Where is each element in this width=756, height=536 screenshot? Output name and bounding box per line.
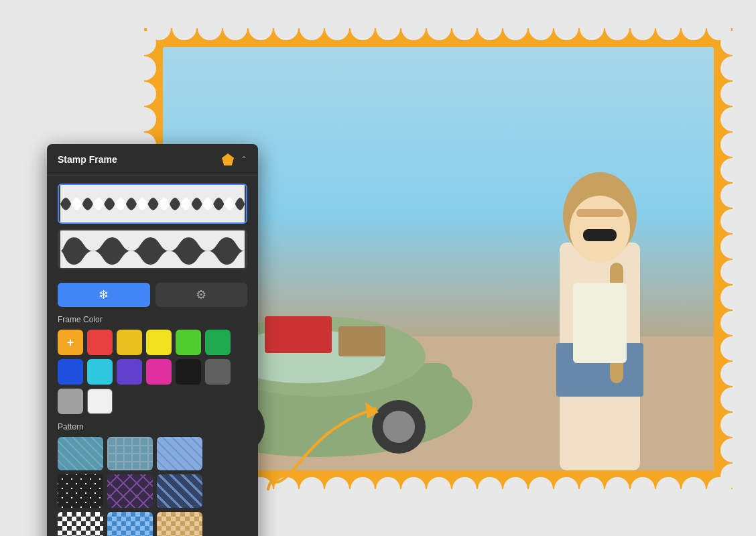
svg-rect-101	[583, 229, 617, 241]
color-dark-gray[interactable]	[205, 359, 231, 385]
color-blue[interactable]	[58, 359, 83, 385]
svg-rect-96	[338, 326, 385, 356]
pattern-xmark[interactable]	[107, 474, 153, 508]
pattern-crosshatch[interactable]	[107, 437, 153, 470]
color-lime[interactable]	[176, 330, 201, 355]
pattern-stripe[interactable]	[157, 474, 202, 508]
pattern-checker-black[interactable]	[58, 512, 103, 536]
arrow-annotation	[255, 389, 402, 496]
panel-title: Stamp Frame	[58, 154, 117, 165]
frame-style-cloud[interactable]	[58, 229, 247, 269]
panel-header: Stamp Frame ⌃	[47, 144, 258, 176]
svg-rect-105	[573, 283, 627, 363]
frame-style-wavy[interactable]	[58, 184, 247, 224]
pattern-diagonal[interactable]	[58, 437, 103, 470]
svg-rect-106	[576, 209, 623, 217]
color-yellow[interactable]	[146, 330, 172, 355]
pattern-checker-blue[interactable]	[107, 512, 153, 536]
frame-color-label: Frame Color	[47, 315, 258, 330]
header-icons: ⌃	[222, 153, 247, 165]
color-red[interactable]	[87, 330, 113, 355]
pattern-star[interactable]	[58, 474, 103, 508]
chevron-up-icon[interactable]: ⌃	[241, 155, 247, 164]
tab-buttons: ❄ ⚙	[58, 283, 247, 307]
pattern-label: Pattern	[47, 422, 258, 437]
color-green[interactable]	[205, 330, 231, 355]
pattern-grid	[47, 437, 258, 536]
pattern-blue-diagonal[interactable]	[157, 437, 202, 470]
snowflake-tab[interactable]: ❄	[58, 283, 150, 307]
color-mid-gray[interactable]	[58, 389, 83, 414]
gear-tab[interactable]: ⚙	[155, 283, 248, 307]
color-white[interactable]	[87, 389, 113, 414]
stamp-frame-panel: Stamp Frame ⌃ ❄ ⚙ Frame	[47, 144, 258, 536]
color-grid: +	[47, 330, 258, 422]
svg-rect-95	[265, 316, 332, 353]
color-cyan[interactable]	[87, 359, 113, 385]
color-purple[interactable]	[117, 359, 142, 385]
diamond-icon	[222, 153, 234, 165]
color-black[interactable]	[176, 359, 201, 385]
color-pink[interactable]	[146, 359, 172, 385]
color-add[interactable]: +	[58, 330, 83, 355]
color-gold[interactable]	[117, 330, 142, 355]
frame-style-options	[47, 176, 258, 283]
pattern-checker-tan[interactable]	[157, 512, 202, 536]
